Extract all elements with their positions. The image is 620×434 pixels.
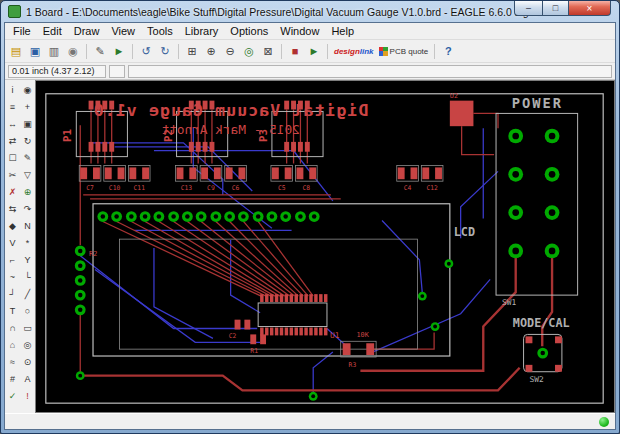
- copy-tool[interactable]: ▣: [20, 115, 35, 132]
- bottom-copper-traces[interactable]: [80, 127, 498, 393]
- hole-tool[interactable]: ⊙: [20, 353, 35, 370]
- change-tool[interactable]: ✎: [20, 149, 35, 166]
- zoom-out-icon[interactable]: ⊖: [221, 42, 239, 60]
- component-ref: C11: [133, 184, 145, 192]
- zoom-in-icon[interactable]: ⊕: [202, 42, 220, 60]
- mirror-tool[interactable]: ⇄: [5, 132, 20, 149]
- toolbar-separator: [434, 44, 435, 59]
- display-tool[interactable]: ≡: [5, 98, 20, 115]
- titlebar[interactable]: 1 Board - E:\Documents\eagle\Bike Stuff\…: [4, 1, 616, 22]
- errors-tool[interactable]: !: [20, 387, 35, 404]
- minimize-button[interactable]: –: [514, 1, 542, 16]
- board-title-mirrored: Digital Vacuum Gauge v1.0: [93, 100, 369, 120]
- component-ref: C10: [109, 184, 121, 192]
- regulator-u2[interactable]: U2: [450, 92, 474, 126]
- caption-buttons: – □ ×: [514, 1, 611, 16]
- pinswap-tool[interactable]: ⇆: [5, 200, 20, 217]
- pcb-quote-label: PCB quote: [390, 47, 429, 56]
- stop-icon[interactable]: ■: [286, 42, 304, 60]
- menu-help[interactable]: Help: [325, 24, 360, 38]
- group-tool[interactable]: ☐: [5, 149, 20, 166]
- menu-window[interactable]: Window: [274, 24, 325, 38]
- menu-draw[interactable]: Draw: [68, 24, 106, 38]
- arc-tool[interactable]: ∩: [5, 319, 20, 336]
- route-tool[interactable]: └: [20, 268, 35, 285]
- eagle-board-icon: [8, 5, 21, 18]
- rotate-tool[interactable]: ↻: [20, 132, 35, 149]
- r1-label: R1: [250, 347, 258, 355]
- add-tool[interactable]: ⊕: [20, 183, 35, 200]
- split-tool[interactable]: Y: [20, 251, 35, 268]
- passive-components-row[interactable]: C7 C10 C11 C13 C9 C6 C5 C8 C4 C12: [79, 165, 443, 192]
- info-tool[interactable]: i: [5, 81, 20, 98]
- menu-library[interactable]: Library: [179, 24, 225, 38]
- u1-label: U1: [330, 331, 340, 340]
- miter-tool[interactable]: ⌐: [5, 251, 20, 268]
- passive-c2-r1-r3[interactable]: C2 R1 R3 10K: [229, 320, 376, 369]
- lock-tool[interactable]: ◆: [5, 217, 20, 234]
- menu-tools[interactable]: Tools: [141, 24, 179, 38]
- move-tool[interactable]: ↔: [5, 115, 20, 132]
- mark-tool[interactable]: +: [20, 98, 35, 115]
- run-icon[interactable]: ►: [110, 42, 128, 60]
- coordinate-display: 0.01 inch (4.37 2.12): [8, 65, 106, 78]
- name-tool[interactable]: N: [20, 217, 35, 234]
- ic-u1[interactable]: U1: [258, 294, 339, 340]
- undo-icon[interactable]: ↺: [137, 42, 155, 60]
- redo-icon[interactable]: ↻: [156, 42, 174, 60]
- vias[interactable]: [76, 259, 453, 400]
- zoom-redraw-icon[interactable]: ◎: [240, 42, 258, 60]
- command-history-dropdown[interactable]: [109, 65, 125, 78]
- help-icon[interactable]: ?: [439, 42, 457, 60]
- close-button[interactable]: ×: [569, 1, 611, 16]
- value-tool[interactable]: V: [5, 234, 20, 251]
- drc-tool[interactable]: ✓: [5, 387, 20, 404]
- board-canvas[interactable]: C7 C10 C11 C13 C9 C6 C5 C8 C4 C12 U2: [35, 80, 615, 413]
- optimize-tool[interactable]: ~: [5, 268, 20, 285]
- pcb-quote-button[interactable]: PCB quote: [377, 47, 431, 56]
- command-input[interactable]: [128, 65, 612, 78]
- ratsnest-tool[interactable]: #: [5, 370, 20, 387]
- designlink-button[interactable]: designlink: [332, 47, 376, 56]
- sw1-label: SW1: [502, 298, 516, 307]
- r2-label: R2: [89, 250, 97, 258]
- script-icon[interactable]: ✎: [91, 42, 109, 60]
- power-label: POWER: [512, 95, 563, 111]
- polygon-tool[interactable]: ⌂: [5, 336, 20, 353]
- maximize-button[interactable]: □: [542, 1, 569, 16]
- menu-options[interactable]: Options: [224, 24, 274, 38]
- auto-tool[interactable]: A: [20, 370, 35, 387]
- smash-tool[interactable]: *: [20, 234, 35, 251]
- save-icon[interactable]: ▣: [26, 42, 44, 60]
- power-connector[interactable]: SW1: [496, 113, 578, 307]
- toolbar-separator: [86, 44, 87, 59]
- p3-label: P3: [257, 129, 270, 142]
- go-icon[interactable]: ►: [305, 42, 323, 60]
- menu-edit[interactable]: Edit: [37, 24, 68, 38]
- paste-tool[interactable]: ▽: [20, 166, 35, 183]
- editor-main: i ◉ ≡ + ↔ ▣ ⇄ ↻ ☐ ✎ ✂ ▽ ✗ ⊕ ⇆ ↷ ◆ N V *: [5, 80, 615, 413]
- print-icon[interactable]: ▥: [45, 42, 63, 60]
- mode-cal-label: MODE/CAL: [513, 316, 570, 330]
- wire-tool[interactable]: ╱: [20, 285, 35, 302]
- circle-tool[interactable]: ○: [20, 302, 35, 319]
- signal-tool[interactable]: ≈: [5, 353, 20, 370]
- top-copper-power-traces[interactable]: [80, 255, 552, 391]
- open-icon[interactable]: ▤: [7, 42, 25, 60]
- component-ref: C13: [181, 184, 193, 192]
- ripup-tool[interactable]: ┘: [5, 285, 20, 302]
- text-tool[interactable]: T: [5, 302, 20, 319]
- zoom-fit-icon[interactable]: ⊞: [183, 42, 201, 60]
- rect-tool[interactable]: ▭: [20, 319, 35, 336]
- cam-processor-icon[interactable]: ◉: [64, 42, 82, 60]
- status-ready-indicator: [599, 417, 609, 427]
- replace-tool[interactable]: ↷: [20, 200, 35, 217]
- menu-view[interactable]: View: [105, 24, 141, 38]
- show-tool[interactable]: ◉: [20, 81, 35, 98]
- cut-tool[interactable]: ✂: [5, 166, 20, 183]
- zoom-select-icon[interactable]: ⊠: [259, 42, 277, 60]
- menu-file[interactable]: File: [7, 24, 37, 38]
- delete-tool[interactable]: ✗: [5, 183, 20, 200]
- left-pad-column[interactable]: R2: [75, 246, 98, 316]
- via-tool[interactable]: ◎: [20, 336, 35, 353]
